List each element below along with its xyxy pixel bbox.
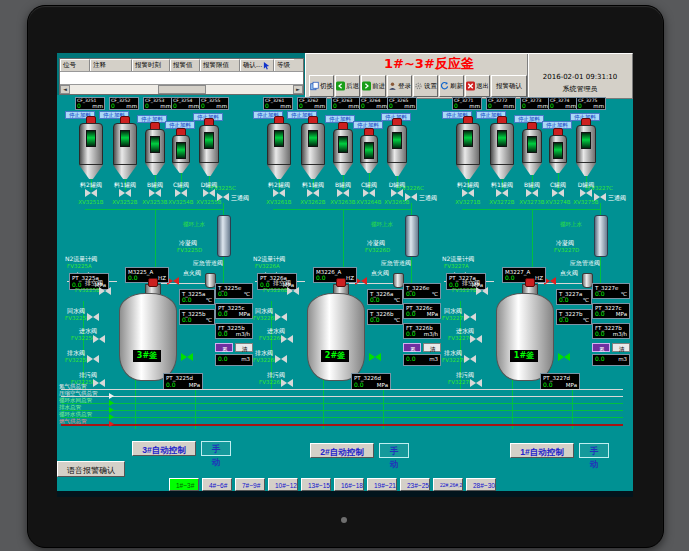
scrollbar-thumb[interactable]	[158, 85, 206, 94]
pipe	[512, 379, 513, 429]
scroll-right-icon[interactable]: ►	[293, 85, 303, 94]
temperature-readout: T_3226e 0.0℃	[403, 283, 441, 299]
pager-button[interactable]: 19#~21#	[367, 478, 397, 491]
totalizer-accumulate-button[interactable]: 累计	[215, 343, 233, 352]
pager-button[interactable]: 10#~12#	[268, 478, 298, 491]
temperature-readout: T_3226b 0.0℃	[367, 309, 403, 325]
utility-header-label: 压缩空气供总管	[59, 390, 98, 396]
pager-button[interactable]: 13#~15#	[301, 478, 331, 491]
settings-button[interactable]: 设置	[413, 75, 438, 97]
scroll-left-icon[interactable]: ◄	[60, 85, 70, 94]
refresh-button[interactable]: 刷新	[439, 75, 464, 97]
switch-button[interactable]: 切换	[309, 75, 334, 97]
tank-level-indicator	[274, 130, 284, 147]
pager-button[interactable]: 28#~30#	[466, 478, 496, 491]
outlet-valve-icon[interactable]	[369, 353, 381, 362]
pager-button[interactable]: 4#~6#	[202, 478, 232, 491]
valve-icon[interactable]	[85, 189, 97, 198]
valve-icon[interactable]	[175, 189, 187, 198]
alarm-col-limit[interactable]: 报警限值	[200, 59, 240, 71]
alarm-col-level[interactable]: 等级	[274, 59, 294, 71]
pipe	[273, 209, 411, 210]
weight-readout: CF_32720mm	[486, 97, 516, 110]
pager-button[interactable]: 7#~9#	[235, 478, 265, 491]
feed-tank	[549, 135, 567, 173]
inlet-water-valve-icon[interactable]	[281, 335, 293, 344]
valve-icon[interactable]	[119, 189, 131, 198]
return-water-valve-icon[interactable]	[275, 313, 287, 322]
auto-control-button-2[interactable]: 2#自动控制	[310, 443, 374, 458]
tank-level-indicator	[392, 132, 402, 149]
totalizer-readout: 0.0m3	[215, 354, 253, 366]
feed-tank	[172, 135, 190, 173]
inlet-water-valve-icon[interactable]	[93, 335, 105, 344]
exit-button[interactable]: 退出	[465, 75, 490, 97]
three-way-valve-icon[interactable]	[217, 193, 229, 202]
pager-button[interactable]: 1#~3#	[169, 478, 199, 491]
alarm-col-value[interactable]: 报警值	[170, 59, 200, 71]
return-water-valve-icon[interactable]	[87, 313, 99, 322]
valve-icon[interactable]	[462, 189, 474, 198]
outlet-valve-icon[interactable]	[558, 353, 570, 362]
pipe-nitrogen-header	[61, 389, 623, 390]
alarm-col-ack[interactable]: 确认...	[240, 59, 274, 71]
drain-valve-icon[interactable]	[275, 355, 287, 364]
scrollbar-track[interactable]	[70, 85, 293, 94]
totalizer-accumulate-button[interactable]: 累计	[403, 343, 421, 352]
valve-icon[interactable]	[363, 189, 375, 198]
totalizer-clear-button[interactable]: 清零	[235, 343, 253, 352]
alarm-col-time[interactable]: 报警时刻	[132, 59, 170, 71]
pressure-readout: PT_3225c 0.0MPa	[215, 303, 253, 319]
forward-button[interactable]: 前进	[361, 75, 386, 97]
drain-valve-icon[interactable]	[87, 355, 99, 364]
alarm-scrollbar[interactable]: ◄ ►	[60, 84, 303, 94]
condenser	[405, 215, 419, 257]
return-water-valve-icon[interactable]	[464, 313, 476, 322]
back-button[interactable]: 后退	[335, 75, 360, 97]
inlet-water-valve-icon[interactable]	[470, 335, 482, 344]
blowdown-valve-icon[interactable]	[281, 379, 293, 388]
three-way-valve-icon[interactable]	[405, 193, 417, 202]
feed-tank	[360, 135, 378, 173]
pager-button[interactable]: 22#,26#,27#	[433, 478, 463, 491]
totalizer-clear-button[interactable]: 清零	[423, 343, 441, 352]
flow-readout: FT_3225b 0.0m3/h	[215, 323, 253, 339]
pipe-drain-header	[61, 410, 623, 411]
pipe	[223, 255, 224, 283]
outlet-valve-icon[interactable]	[181, 353, 193, 362]
login-button[interactable]: 登录	[387, 75, 412, 97]
vent-valve-icon[interactable]	[287, 287, 299, 296]
totalizer-clear-button[interactable]: 清零	[612, 343, 630, 352]
weight-readout: CF_32620mm	[297, 97, 327, 110]
valve-icon[interactable]	[496, 189, 508, 198]
blowdown-valve-icon[interactable]	[93, 379, 105, 388]
three-way-valve-icon[interactable]	[594, 193, 606, 202]
valve-icon[interactable]	[273, 189, 285, 198]
alarm-area: 位号 注释 报警时刻 报警值 报警限值 确认... 等级 ◄ ►	[57, 53, 305, 95]
manual-button-1[interactable]: 手动	[579, 443, 609, 458]
vent-valve-icon[interactable]	[476, 287, 488, 296]
tank-level-indicator	[553, 142, 563, 159]
totalizer-accumulate-button[interactable]: 累计	[592, 343, 610, 352]
alarm-col-tag[interactable]: 位号	[60, 59, 90, 71]
pipe-compressed-air-header	[61, 396, 623, 397]
temperature-readout: T_3225a 0.0℃	[179, 289, 215, 305]
alarm-col-comment[interactable]: 注释	[90, 59, 132, 71]
auto-control-button-3[interactable]: 3#自动控制	[132, 441, 196, 456]
pager-button[interactable]: 23#~25#	[400, 478, 430, 491]
alarm-ack-button[interactable]: 报警确认	[491, 75, 527, 97]
blowdown-valve-icon[interactable]	[470, 379, 482, 388]
tank-level-indicator	[86, 130, 96, 147]
drain-valve-icon[interactable]	[464, 355, 476, 364]
pager-button[interactable]: 16#~18#	[334, 478, 364, 491]
auto-control-button-1[interactable]: 1#自动控制	[510, 443, 574, 458]
totalizer-readout: 0.0m3	[592, 354, 630, 366]
alarm-table: 位号 注释 报警时刻 报警值 报警限值 确认... 等级 ◄ ►	[59, 58, 304, 95]
voice-alarm-ack-button[interactable]: 语音报警确认	[57, 461, 125, 477]
reactor-group: CF_32710mm CF_32720mm CF_32730mm CF_3274…	[442, 97, 633, 429]
manual-button-3[interactable]: 手动	[201, 441, 231, 456]
valve-icon[interactable]	[307, 189, 319, 198]
manual-button-2[interactable]: 手动	[379, 443, 409, 458]
vent-valve-icon[interactable]	[99, 287, 111, 296]
valve-icon[interactable]	[552, 189, 564, 198]
